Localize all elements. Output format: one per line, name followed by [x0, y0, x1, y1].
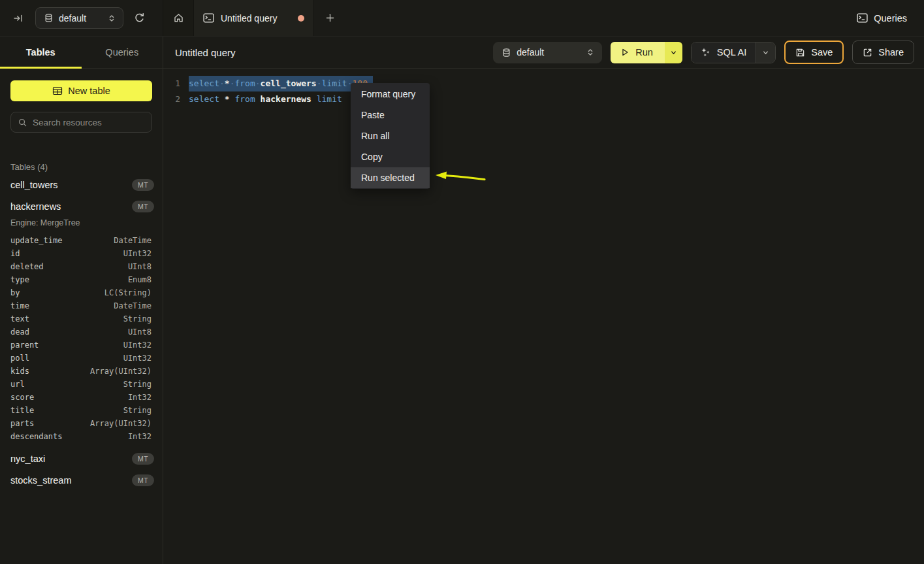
table-row-nyc_taxi[interactable]: nyc_taxiMT	[0, 448, 163, 470]
search-icon	[18, 118, 27, 127]
column-type: Int32	[128, 430, 151, 443]
column-type: DateTime	[114, 299, 151, 312]
column-name: time	[10, 299, 29, 312]
table-name: nyc_taxi	[10, 454, 45, 464]
table-row-hackernews[interactable]: hackernewsMT	[0, 196, 163, 218]
run-split-button: Run	[611, 42, 682, 63]
share-button[interactable]: Share	[852, 41, 914, 64]
column-row-time: timeDateTime	[0, 299, 163, 312]
plus-icon	[325, 13, 335, 23]
toolbar-controls: default Run	[493, 41, 914, 64]
top-bar-left: default	[0, 0, 163, 36]
top-bar-right: Queries	[857, 0, 924, 36]
query-toolbar: Untitled query default	[163, 37, 924, 69]
search-input[interactable]	[33, 118, 145, 127]
column-type: Enum8	[128, 273, 151, 286]
table-name: hackernews	[10, 201, 61, 212]
database-selector-toolbar-value: default	[517, 47, 581, 58]
menu-item-run-selected[interactable]: Run selected	[351, 167, 430, 188]
column-row-descendants: descendantsInt32	[0, 430, 163, 443]
column-row-kids: kidsArray(UInt32)	[0, 365, 163, 378]
run-options-button[interactable]	[665, 42, 682, 63]
refresh-icon	[134, 12, 145, 24]
sidebar-collapse-button[interactable]	[10, 10, 26, 26]
new-table-button[interactable]: New table	[10, 80, 152, 101]
column-name: url	[10, 378, 25, 391]
line-content: select * from hackernews limit	[189, 91, 342, 107]
menu-item-copy[interactable]: Copy	[351, 146, 430, 167]
chevron-updown-icon	[107, 13, 116, 24]
column-name: parent	[10, 339, 39, 352]
sidebar-tab-queries[interactable]: Queries	[82, 37, 163, 68]
column-type: LC(String)	[104, 286, 151, 299]
column-name: parts	[10, 417, 34, 430]
menu-item-run-all[interactable]: Run all	[351, 125, 430, 146]
sql-ai-options-button[interactable]	[756, 42, 775, 63]
run-button[interactable]: Run	[611, 42, 665, 63]
database-selector-toolbar[interactable]: default	[493, 42, 602, 63]
column-type: UInt32	[123, 339, 151, 352]
column-type: Int32	[128, 391, 151, 404]
column-name: score	[10, 391, 34, 404]
database-icon	[502, 48, 511, 58]
sparkles-icon	[701, 47, 711, 58]
column-row-url: urlString	[0, 378, 163, 391]
column-type: DateTime	[114, 234, 151, 247]
tables-section-label: Tables (4)	[10, 162, 163, 172]
refresh-button[interactable]	[131, 10, 148, 26]
sql-ai-button-label: SQL AI	[717, 47, 746, 58]
column-row-type: typeEnum8	[0, 273, 163, 286]
column-row-deleted: deletedUInt8	[0, 260, 163, 273]
save-button-label: Save	[811, 47, 833, 58]
column-name: poll	[10, 352, 29, 365]
code-lines: 1select·*·from·cell_towers·limit·100·2se…	[163, 76, 924, 107]
engine-badge: MT	[132, 201, 154, 212]
share-icon	[863, 48, 872, 58]
sql-editor[interactable]: 1select·*·from·cell_towers·limit·100·2se…	[163, 69, 924, 564]
column-type: UInt32	[123, 352, 151, 365]
queries-button[interactable]: Queries	[857, 13, 907, 24]
database-selector-top[interactable]: default	[35, 7, 123, 29]
table-row-cell_towers[interactable]: cell_towersMT	[0, 174, 163, 196]
column-name: id	[10, 247, 20, 260]
tab-untitled-query[interactable]: Untitled query	[194, 0, 314, 36]
context-menu: Format queryPasteRun allCopyRun selected	[351, 83, 430, 189]
save-button[interactable]: Save	[784, 41, 844, 64]
code-line-2[interactable]: 2select * from hackernews limit	[163, 91, 924, 107]
column-type: Array(UInt32)	[90, 365, 151, 378]
chevron-down-icon	[670, 49, 677, 56]
table-row-stocks_stream[interactable]: stocks_streamMT	[0, 470, 163, 491]
menu-item-format-query[interactable]: Format query	[351, 84, 430, 105]
column-name: title	[10, 404, 34, 417]
new-table-label: New table	[68, 86, 110, 96]
unsaved-indicator-dot	[298, 15, 304, 22]
column-name: kids	[10, 365, 29, 378]
table-grid-icon	[52, 86, 63, 95]
line-number: 1	[163, 76, 180, 91]
column-row-parts: partsArray(UInt32)	[0, 417, 163, 430]
menu-item-paste[interactable]: Paste	[351, 105, 430, 125]
home-icon	[173, 12, 184, 24]
search-box	[10, 112, 152, 133]
sidebar-tab-tables[interactable]: Tables	[0, 37, 82, 68]
sidebar-body: New table	[0, 69, 163, 150]
home-tab-button[interactable]	[163, 0, 194, 36]
column-name: update_time	[10, 234, 62, 247]
code-line-1[interactable]: 1select·*·from·cell_towers·limit·100·	[163, 76, 924, 91]
engine-badge: MT	[132, 474, 154, 486]
column-type: UInt32	[123, 247, 151, 260]
column-name: deleted	[10, 260, 44, 273]
column-name: dead	[10, 325, 29, 339]
new-tab-button[interactable]	[314, 0, 345, 36]
database-icon	[44, 13, 54, 23]
tab-strip: Untitled query Queries	[163, 0, 924, 36]
top-bar: default	[0, 0, 924, 37]
column-row-poll: pollUInt32	[0, 352, 163, 365]
workspace: Tables Queries New table	[0, 37, 924, 564]
share-button-label: Share	[878, 47, 904, 58]
column-row-id: idUInt32	[0, 247, 163, 260]
terminal-icon	[203, 13, 214, 23]
sql-ai-button[interactable]: SQL AI	[692, 42, 756, 63]
column-type: String	[123, 404, 151, 417]
column-row-update_time: update_timeDateTime	[0, 234, 163, 247]
